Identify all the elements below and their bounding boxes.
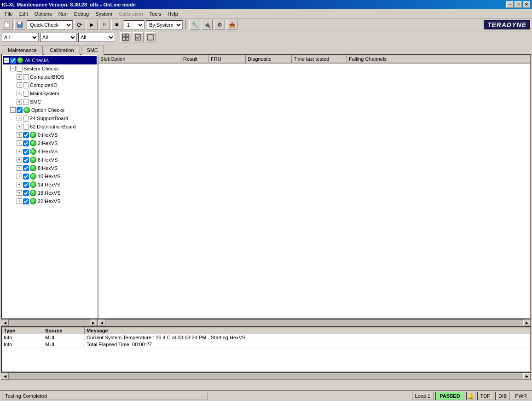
- expand-0-hexvs[interactable]: +: [17, 132, 22, 138]
- menu-options[interactable]: Options: [32, 10, 55, 17]
- check-8-hexvs[interactable]: [23, 165, 29, 171]
- tree-4-hexvs[interactable]: + 4:HexVS: [3, 147, 97, 156]
- number-combo[interactable]: 1: [124, 20, 145, 29]
- log-col-message[interactable]: Message: [85, 327, 530, 334]
- menu-tools[interactable]: Tools: [147, 10, 164, 17]
- check-4-hexvs[interactable]: [23, 149, 29, 155]
- tree-system-checks[interactable]: − System Checks: [3, 64, 97, 73]
- check-all-checks[interactable]: [10, 58, 16, 64]
- tree-computer-bios[interactable]: + ComputerBIOS: [3, 73, 97, 81]
- chip-button[interactable]: 🔌: [202, 20, 213, 30]
- check-22-hexvs[interactable]: [23, 198, 29, 204]
- tree-option-checks[interactable]: − Option Checks: [3, 106, 97, 114]
- stop-button[interactable]: ⏹: [111, 20, 122, 30]
- play-button[interactable]: ▶: [87, 20, 98, 30]
- col-slot-option[interactable]: Slot:Option: [98, 55, 181, 63]
- filter-uncheck-icon[interactable]: [145, 32, 156, 42]
- expand-all-checks[interactable]: −: [4, 58, 9, 63]
- expand-smc[interactable]: +: [17, 99, 22, 105]
- wrench-button[interactable]: 🔧: [189, 20, 200, 30]
- tab-calibration[interactable]: Calibration: [44, 46, 80, 55]
- check-0-hexvs[interactable]: [23, 132, 29, 138]
- tree-maint-system[interactable]: + MaintSystem: [3, 89, 97, 98]
- tree-24-support[interactable]: + 24:SupportBoard: [3, 114, 97, 122]
- expand-22-hexvs[interactable]: +: [17, 198, 22, 204]
- menu-calibration[interactable]: Calibration: [116, 10, 146, 17]
- pwr-indicator[interactable]: PWR: [512, 392, 530, 400]
- scroll-left-btn[interactable]: ◀: [1, 320, 9, 326]
- check-18-hexvs[interactable]: [23, 190, 29, 196]
- expand-4-hexvs[interactable]: +: [17, 149, 22, 154]
- new-button[interactable]: [2, 20, 13, 30]
- grid-scroll-track[interactable]: [105, 320, 523, 326]
- col-result[interactable]: Result: [181, 55, 209, 63]
- check-24-support[interactable]: [23, 116, 29, 122]
- check-maint-system[interactable]: [23, 91, 29, 97]
- check-smc[interactable]: [23, 99, 29, 105]
- dib-indicator[interactable]: DIB: [495, 392, 510, 400]
- tab-smc[interactable]: SMC: [81, 46, 104, 55]
- expand-24-support[interactable]: +: [17, 116, 22, 121]
- tree-all-checks[interactable]: − All Checks: [3, 56, 97, 64]
- expand-computer-io[interactable]: +: [17, 82, 22, 88]
- check-computer-io[interactable]: [23, 82, 29, 88]
- check-computer-bios[interactable]: [23, 74, 29, 80]
- expand-14-hexvs[interactable]: +: [17, 182, 22, 187]
- quickcheck-combo[interactable]: Quick Check: [27, 20, 73, 29]
- save-button[interactable]: [14, 20, 25, 30]
- filter-check-icon[interactable]: [133, 32, 144, 42]
- check-system-checks[interactable]: [17, 66, 23, 72]
- log-scroll-right[interactable]: ▶: [523, 373, 531, 379]
- tree-62-dist[interactable]: + 62:DistributionBoard: [3, 122, 97, 131]
- expand-6-hexvs[interactable]: +: [17, 157, 22, 163]
- export-button[interactable]: 📤: [226, 20, 237, 30]
- tree-18-hexvs[interactable]: + 18:HexVS: [3, 189, 97, 197]
- log-scroll-track[interactable]: [9, 373, 523, 379]
- grid-scroll-right-btn[interactable]: ▶: [523, 320, 531, 326]
- filter3-combo[interactable]: All: [78, 33, 115, 42]
- expand-18-hexvs[interactable]: +: [17, 190, 22, 196]
- menu-edit[interactable]: Edit: [17, 10, 31, 17]
- tree-22-hexvs[interactable]: + 22:HexVS: [3, 197, 97, 205]
- filter-grid-icon[interactable]: [120, 32, 131, 42]
- check-10-hexvs[interactable]: [23, 174, 29, 180]
- check-option-checks[interactable]: [17, 107, 23, 113]
- menu-system[interactable]: System: [93, 10, 115, 17]
- maximize-button[interactable]: □: [515, 1, 522, 8]
- grid-scroll-left-btn[interactable]: ◀: [98, 320, 105, 326]
- expand-option-checks[interactable]: −: [10, 107, 16, 113]
- col-time-last-tested[interactable]: Time last tested: [292, 55, 347, 63]
- scroll-right-btn[interactable]: ▶: [90, 320, 97, 326]
- pause-button[interactable]: ⏸: [99, 20, 110, 30]
- log-scroll-left[interactable]: ◀: [1, 373, 9, 379]
- tree-6-hexvs[interactable]: + 6:HexVS: [3, 156, 97, 164]
- bell-button[interactable]: 🔔: [466, 392, 475, 400]
- tdf-indicator[interactable]: TDF: [477, 392, 493, 400]
- tree-0-hexvs[interactable]: + 0:HexVS: [3, 131, 97, 139]
- menu-help[interactable]: Help: [165, 10, 181, 17]
- check-2-hexvs[interactable]: [23, 140, 29, 146]
- col-failing-channels[interactable]: Failing Channels: [347, 55, 530, 63]
- col-diagnostic[interactable]: Diagnostic: [246, 55, 292, 63]
- menu-debug[interactable]: Debug: [71, 10, 92, 17]
- expand-10-hexvs[interactable]: +: [17, 174, 22, 179]
- filter1-combo[interactable]: All: [2, 33, 39, 42]
- menu-run[interactable]: Run: [56, 10, 70, 17]
- col-fru[interactable]: FRU: [209, 55, 246, 63]
- bysystem-combo[interactable]: By System: [146, 20, 183, 29]
- expand-8-hexvs[interactable]: +: [17, 165, 22, 171]
- tree-8-hexvs[interactable]: + 8:HexVS: [3, 164, 97, 172]
- check-14-hexvs[interactable]: [23, 182, 29, 188]
- expand-maint-system[interactable]: +: [17, 91, 22, 96]
- close-button[interactable]: ✕: [523, 1, 530, 8]
- minimize-button[interactable]: —: [506, 1, 514, 8]
- expand-2-hexvs[interactable]: +: [17, 140, 22, 146]
- tree-smc[interactable]: + SMC: [3, 98, 97, 106]
- config-button[interactable]: ⚙: [214, 20, 225, 30]
- filter2-combo[interactable]: All: [40, 33, 77, 42]
- expand-computer-bios[interactable]: +: [17, 74, 22, 80]
- scroll-track-left[interactable]: [9, 320, 90, 326]
- tab-maintenance[interactable]: Maintenance: [2, 46, 43, 55]
- tree-14-hexvs[interactable]: + 14:HexVS: [3, 180, 97, 189]
- tree-2-hexvs[interactable]: + 2:HexVS: [3, 139, 97, 147]
